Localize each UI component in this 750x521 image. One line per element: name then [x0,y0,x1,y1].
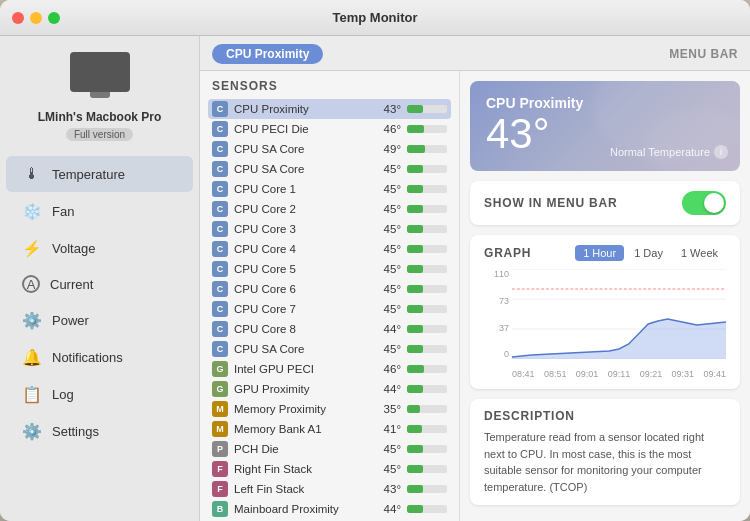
sensor-row-15[interactable]: MMemory Proximity35° [208,399,451,419]
sensor-row-1[interactable]: CCPU PECI Die46° [208,119,451,139]
graph-tab-1day[interactable]: 1 Day [626,245,671,261]
device-icon [70,52,130,92]
close-button[interactable] [12,12,24,24]
graph-tab-1hour[interactable]: 1 Hour [575,245,624,261]
sensor-icon-16: M [212,421,228,437]
minimize-button[interactable] [30,12,42,24]
detail-panel: CPU Proximity 43° Normal Temperature i S… [460,71,750,521]
sensor-row-16[interactable]: MMemory Bank A141° [208,419,451,439]
sensor-bar-fill-13 [407,365,424,373]
sensor-row-5[interactable]: CCPU Core 245° [208,199,451,219]
sensor-row-3[interactable]: CCPU SA Core45° [208,159,451,179]
device-name: LMinh's Macbook Pro [38,110,162,124]
description-title: DESCRIPTION [484,409,726,423]
sensor-name-3: CPU SA Core [234,163,373,175]
sensor-row-10[interactable]: CCPU Core 745° [208,299,451,319]
sensor-row-12[interactable]: CCPU SA Core45° [208,339,451,359]
sensor-icon-8: C [212,261,228,277]
sidebar-item-temperature[interactable]: 🌡 Temperature [6,156,193,192]
notifications-label: Notifications [52,350,123,365]
x-label-0941: 09:41 [703,369,726,379]
sensor-bar-bg-9 [407,285,447,293]
sidebar-item-power[interactable]: ⚙️ Power [6,302,193,338]
sensor-icon-12: C [212,341,228,357]
sidebar-item-fan[interactable]: ❄️ Fan [6,193,193,229]
sensor-temp-0: 43° [373,103,401,115]
sensor-bar-bg-15 [407,405,447,413]
power-label: Power [52,313,89,328]
sensor-name-17: PCH Die [234,443,373,455]
sensor-icon-9: C [212,281,228,297]
maximize-button[interactable] [48,12,60,24]
sensor-row-4[interactable]: CCPU Core 145° [208,179,451,199]
sensor-row-7[interactable]: CCPU Core 445° [208,239,451,259]
y-label-0: 0 [484,349,509,359]
sensor-bar-bg-6 [407,225,447,233]
sensor-row-18[interactable]: FRight Fin Stack45° [208,459,451,479]
graph-tabs: 1 Hour 1 Day 1 Week [575,245,726,261]
titlebar: Temp Monitor [0,0,750,36]
sensor-icon-1: C [212,121,228,137]
sensor-bar-bg-10 [407,305,447,313]
sidebar-item-current[interactable]: A Current [6,267,193,301]
sensor-icon-6: C [212,221,228,237]
sidebar-item-voltage[interactable]: ⚡ Voltage [6,230,193,266]
sensor-name-16: Memory Bank A1 [234,423,373,435]
power-icon: ⚙️ [22,310,42,330]
sensor-name-12: CPU SA Core [234,343,373,355]
sensor-name-2: CPU SA Core [234,143,373,155]
sensor-bar-bg-14 [407,385,447,393]
sensor-row-11[interactable]: CCPU Core 844° [208,319,451,339]
sensor-row-8[interactable]: CCPU Core 545° [208,259,451,279]
sensor-temp-6: 45° [373,223,401,235]
sensors-panel: SENSORS CCPU Proximity43°CCPU PECI Die46… [200,71,460,521]
sensor-name-1: CPU PECI Die [234,123,373,135]
menu-bar-row: SHOW IN MENU BAR [470,181,740,225]
sensor-name-7: CPU Core 4 [234,243,373,255]
sidebar-item-settings[interactable]: ⚙️ Settings [6,413,193,449]
sensor-icon-10: C [212,301,228,317]
sensor-bar-fill-4 [407,185,423,193]
sensor-bar-fill-5 [407,205,423,213]
sensor-temp-4: 45° [373,183,401,195]
sensor-bar-fill-10 [407,305,423,313]
sensor-row-9[interactable]: CCPU Core 645° [208,279,451,299]
sensor-row-14[interactable]: GGPU Proximity44° [208,379,451,399]
sensor-name-11: CPU Core 8 [234,323,373,335]
temperature-label: Temperature [52,167,125,182]
traffic-lights [12,12,60,24]
sensor-row-13[interactable]: GIntel GPU PECI46° [208,359,451,379]
sensor-name-18: Right Fin Stack [234,463,373,475]
sensor-temp-12: 45° [373,343,401,355]
sensor-bar-fill-7 [407,245,423,253]
sensor-row-17[interactable]: PPCH Die45° [208,439,451,459]
active-tab[interactable]: CPU Proximity [212,44,323,64]
graph-y-labels: 110 73 37 0 [484,269,509,359]
sensor-row-2[interactable]: CCPU SA Core49° [208,139,451,159]
sidebar-item-notifications[interactable]: 🔔 Notifications [6,339,193,375]
sensor-name-8: CPU Core 5 [234,263,373,275]
description-panel: DESCRIPTION Temperature read from a sens… [470,399,740,505]
sensor-bar-bg-18 [407,465,447,473]
sensor-temp-16: 41° [373,423,401,435]
log-label: Log [52,387,74,402]
menu-bar-toggle[interactable] [682,191,726,215]
description-text: Temperature read from a sensor located r… [484,429,726,495]
sensor-bar-fill-9 [407,285,423,293]
notifications-icon: 🔔 [22,347,42,367]
x-label-0841: 08:41 [512,369,535,379]
show-in-menu-bar-label: SHOW IN MENU BAR [484,196,617,210]
current-icon: A [22,275,40,293]
sensor-row-0[interactable]: CCPU Proximity43° [208,99,451,119]
sensor-temp-2: 49° [373,143,401,155]
sensor-row-6[interactable]: CCPU Core 345° [208,219,451,239]
sensor-bar-bg-0 [407,105,447,113]
sensor-row-20[interactable]: BMainboard Proximity44° [208,499,451,519]
detail-header: CPU Proximity 43° Normal Temperature i [470,81,740,171]
sensor-icon-11: C [212,321,228,337]
sensor-temp-3: 45° [373,163,401,175]
sidebar-item-log[interactable]: 📋 Log [6,376,193,412]
sensor-bar-fill-6 [407,225,423,233]
sensor-row-19[interactable]: FLeft Fin Stack43° [208,479,451,499]
graph-tab-1week[interactable]: 1 Week [673,245,726,261]
